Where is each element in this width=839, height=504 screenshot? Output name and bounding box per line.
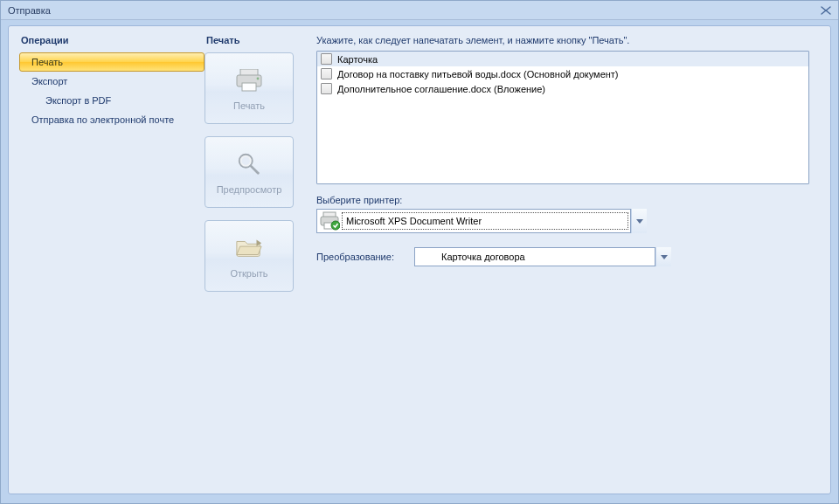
open-button[interactable]: Открыть bbox=[205, 220, 294, 292]
svg-point-3 bbox=[257, 78, 260, 80]
transform-select[interactable]: Карточка договора bbox=[414, 247, 655, 266]
main-panel: Операции Печать Экспорт Экспорт в PDF От… bbox=[8, 25, 831, 494]
printer-value: Microsoft XPS Document Writer bbox=[342, 212, 628, 230]
list-item[interactable]: Карточка bbox=[317, 52, 808, 66]
center-header: Печать bbox=[205, 35, 239, 45]
sidebar: Операции Печать Экспорт Экспорт в PDF От… bbox=[19, 35, 205, 485]
nav-item-label: Отправка по электронной почте bbox=[31, 114, 174, 125]
svg-line-6 bbox=[251, 166, 258, 173]
right-column: Укажите, как следует напечатать элемент,… bbox=[316, 35, 820, 485]
button-label: Предпросмотр bbox=[217, 184, 282, 195]
button-label: Печать bbox=[233, 100, 265, 111]
transform-label: Преобразование: bbox=[316, 252, 414, 262]
folder-icon bbox=[234, 233, 264, 263]
nav-item-label: Экспорт в PDF bbox=[45, 95, 111, 106]
window: Отправка Операции Печать Экспорт Экспорт… bbox=[0, 0, 839, 504]
list-item-label: Договор на поставку питьевой воды.docx (… bbox=[337, 69, 619, 79]
checkbox[interactable] bbox=[321, 83, 332, 94]
nav-item-label: Печать bbox=[31, 57, 63, 67]
sidebar-header: Операции bbox=[19, 35, 205, 45]
center-column: Печать Печать bbox=[205, 35, 316, 485]
svg-point-5 bbox=[242, 157, 250, 165]
preview-button[interactable]: Предпросмотр bbox=[205, 136, 294, 208]
window-title: Отправка bbox=[8, 5, 51, 16]
document-list[interactable]: Карточка Договор на поставку питьевой во… bbox=[316, 51, 809, 184]
checkbox[interactable] bbox=[321, 68, 332, 79]
nav-item-export-pdf[interactable]: Экспорт в PDF bbox=[19, 91, 205, 110]
nav-item-label: Экспорт bbox=[31, 76, 67, 86]
nav-item-print[interactable]: Печать bbox=[19, 52, 205, 72]
titlebar: Отправка bbox=[1, 1, 838, 20]
nav-list: Печать Экспорт Экспорт в PDF Отправка по… bbox=[19, 52, 205, 129]
instruction-text: Укажите, как следует напечатать элемент,… bbox=[316, 35, 820, 45]
close-icon[interactable] bbox=[819, 4, 833, 17]
list-item-label: Дополнительное соглашение.docx (Вложение… bbox=[337, 84, 545, 94]
printer-ok-icon bbox=[319, 211, 340, 231]
printer-icon bbox=[234, 66, 264, 95]
svg-point-10 bbox=[331, 221, 340, 230]
button-label: Открыть bbox=[230, 268, 267, 279]
svg-rect-2 bbox=[242, 83, 256, 91]
transform-value: Карточка договора bbox=[415, 252, 655, 262]
list-item[interactable]: Договор на поставку питьевой воды.docx (… bbox=[317, 66, 808, 81]
print-button[interactable]: Печать bbox=[205, 52, 294, 124]
printer-label: Выберите принтер: bbox=[316, 195, 820, 205]
checkbox[interactable] bbox=[321, 53, 332, 65]
list-item[interactable]: Дополнительное соглашение.docx (Вложение… bbox=[317, 81, 808, 96]
printer-select[interactable]: Microsoft XPS Document Writer bbox=[316, 209, 631, 233]
dropdown-arrow[interactable] bbox=[655, 247, 671, 266]
nav-item-send-email[interactable]: Отправка по электронной почте bbox=[19, 110, 205, 129]
dropdown-arrow[interactable] bbox=[631, 209, 647, 233]
magnifier-icon bbox=[234, 149, 264, 179]
list-item-label: Карточка bbox=[337, 54, 378, 65]
nav-item-export[interactable]: Экспорт bbox=[19, 72, 205, 91]
